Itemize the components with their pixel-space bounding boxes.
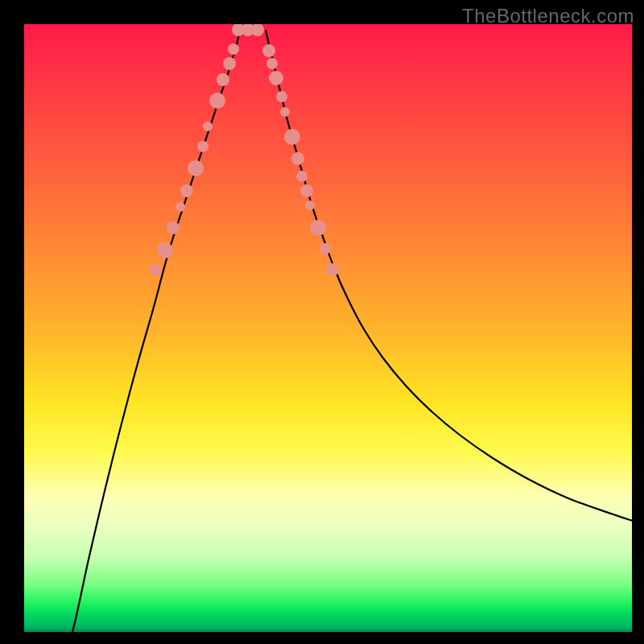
marker-dot — [300, 184, 313, 197]
marker-dot — [251, 24, 264, 36]
curves-svg — [24, 24, 632, 632]
marker-dot — [217, 73, 229, 86]
marker-dot — [157, 242, 173, 258]
marker-dot — [296, 171, 308, 182]
marker-dot — [223, 57, 236, 70]
marker-dot — [326, 263, 339, 276]
plot-area — [24, 24, 632, 632]
marker-dot — [188, 160, 204, 176]
marker-dot — [228, 43, 239, 55]
marker-dot — [320, 243, 331, 254]
marker-dot — [197, 141, 208, 152]
marker-dot — [262, 44, 275, 57]
marker-dot — [175, 202, 185, 212]
marker-dot — [209, 93, 225, 109]
marker-dot — [276, 91, 287, 102]
left-curve — [56, 30, 240, 632]
marker-dot — [180, 184, 193, 197]
marker-dot — [167, 221, 180, 234]
marker-dot — [266, 58, 278, 69]
right-curve — [266, 30, 632, 521]
data-markers — [150, 24, 339, 276]
marker-dot — [280, 107, 290, 117]
marker-dot — [310, 220, 326, 236]
marker-dot — [203, 122, 213, 131]
marker-dot — [284, 129, 300, 145]
marker-dot — [150, 264, 161, 275]
chart-container: TheBottleneck.com — [0, 0, 644, 644]
marker-dot — [291, 152, 304, 165]
marker-dot — [305, 200, 315, 210]
marker-dot — [269, 71, 283, 85]
watermark-text: TheBottleneck.com — [462, 5, 634, 27]
